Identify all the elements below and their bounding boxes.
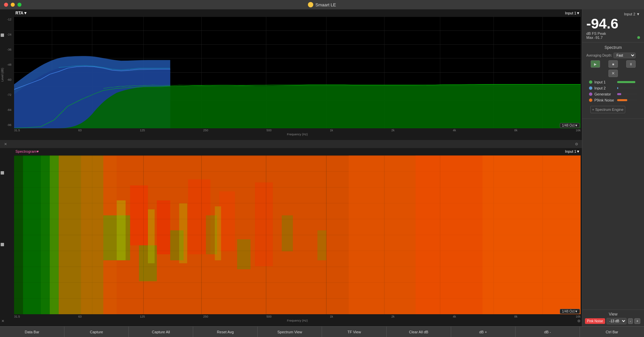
input2-level-bar	[617, 87, 637, 89]
input1-label: Input 1	[594, 80, 615, 84]
pink-noise-label: P9ink Noise	[594, 98, 615, 102]
svg-rect-52	[215, 206, 221, 260]
input2-level-fill	[617, 87, 618, 89]
level-unit: dB FS Peak	[586, 31, 640, 36]
db-minus-button[interactable]: dB -	[516, 327, 580, 337]
svg-rect-37	[130, 185, 148, 245]
spectrogram-x-axis-title: Frequency (Hz)	[14, 319, 581, 322]
rta-x-axis: 31.5 63 125 250 500 1k 2k 4k 8k 16k Freq…	[14, 128, 581, 140]
spectrum-view-button[interactable]: Spectrum View	[258, 327, 322, 337]
db-level-select[interactable]: -13 dB -10 dB -6 dB 0 dB	[606, 318, 627, 324]
y-label-2: -24	[7, 33, 13, 36]
charts-area: RTA▼ Input 1▼ -12 -24 -36 -48 -60 -72 -8…	[0, 9, 582, 326]
svg-rect-40	[219, 191, 235, 251]
spectrogram-label[interactable]: Spectrogram♥	[15, 149, 39, 153]
panel-close-icon[interactable]: ✕	[3, 141, 8, 147]
spectrogram-chart[interactable]	[14, 155, 581, 314]
svg-rect-46	[237, 239, 251, 269]
play-button[interactable]: ▶	[591, 60, 600, 68]
spectrogram-close-icon[interactable]: ✕	[1, 318, 4, 324]
panel-divider: ✕ ⚙	[0, 140, 582, 148]
spectrogram-oct-resolution[interactable]: 1/48 Oct▼	[560, 309, 580, 314]
main-content: RTA▼ Input 1▼ -12 -24 -36 -48 -60 -72 -8…	[0, 9, 644, 326]
transport-row: ▶ ■ ⏸	[586, 60, 640, 68]
rta-panel: RTA▼ Input 1▼ -12 -24 -36 -48 -60 -72 -8…	[0, 9, 582, 140]
x-label-4: 500	[267, 129, 272, 132]
level-display: Input 2 ▼ -94.6 dB FS Peak Max -91.7	[582, 9, 644, 43]
level-max-row: Max -91.7	[586, 36, 640, 40]
reset-avg-button[interactable]: Reset Avg	[193, 327, 258, 337]
clear-all-db-button[interactable]: Clear All dB	[387, 327, 451, 337]
averaging-depth-row: Averaging Depth: Fast Medium Slow None	[586, 53, 640, 58]
ctrl-bar-button[interactable]: Ctrl Bar	[580, 327, 644, 337]
rta-input-selector[interactable]: Input 1▼	[565, 11, 580, 15]
input2-label: Input 2	[594, 86, 615, 90]
spectrum-title: Spectrum	[586, 45, 640, 50]
pink-noise-dot	[589, 98, 592, 102]
y-label-3: -36	[7, 48, 13, 51]
view-section: View Pink Noise -13 dB -10 dB -6 dB 0 dB…	[582, 310, 644, 326]
maximize-button[interactable]	[17, 3, 21, 7]
right-sidebar: Input 2 ▼ -94.6 dB FS Peak Max -91.7 Spe…	[582, 9, 644, 326]
rta-y-axis-title: Level (dB)	[1, 68, 4, 81]
x-label-2: 125	[140, 129, 145, 132]
x-label-5: 1k	[330, 129, 333, 132]
level-handle-top[interactable]	[1, 33, 4, 37]
y-label-8: -96	[7, 124, 13, 127]
minimize-button[interactable]	[11, 3, 15, 7]
rta-oct-resolution[interactable]: 1/48 Oct▼	[560, 123, 580, 128]
window-controls[interactable]	[4, 3, 21, 7]
x-label-6: 2k	[391, 129, 395, 132]
pink-noise-level-fill	[617, 99, 627, 101]
tf-view-button[interactable]: TF View	[322, 327, 386, 337]
pink-noise-button[interactable]: Pink Noise	[585, 318, 605, 324]
spectrum-settings-button[interactable]: ✕	[608, 70, 618, 77]
pause-button[interactable]: ⏸	[626, 60, 636, 68]
add-spectrum-engine-button[interactable]: + Spectrum Engine	[590, 106, 625, 113]
averaging-depth-select[interactable]: Fast Medium Slow None	[613, 53, 636, 58]
close-button[interactable]	[4, 3, 8, 7]
generator-dot	[589, 92, 592, 96]
x-label-9: 16k	[576, 129, 581, 132]
rta-chart[interactable]	[14, 17, 581, 128]
vol-minus-button[interactable]: -	[628, 318, 633, 324]
stop-button[interactable]: ■	[608, 60, 618, 68]
input-item-generator[interactable]: Generator	[586, 91, 640, 97]
svg-rect-65	[482, 155, 581, 314]
y-label-5: -60	[7, 78, 13, 81]
svg-rect-49	[117, 200, 126, 260]
svg-rect-38	[157, 200, 170, 254]
panel-settings-icon[interactable]: ⚙	[574, 141, 579, 147]
spectrum-section: Spectrum Averaging Depth: Fast Medium Sl…	[582, 43, 644, 119]
data-bar-button[interactable]: Data Bar	[0, 327, 64, 337]
level-value: -94.6	[586, 17, 619, 31]
y-label-1: -12	[7, 18, 13, 21]
spectrogram-panel: Spectrogram♥ Input 1▼	[0, 148, 582, 326]
pink-noise-level-bar	[617, 99, 637, 101]
spectrogram-gear-icon[interactable]: ⚙	[577, 318, 581, 324]
input-item-1[interactable]: Input 1	[586, 79, 640, 85]
spectrogram-input-selector[interactable]: Input 1▼	[565, 149, 580, 153]
spectrogram-level-handle-top[interactable]	[1, 171, 4, 175]
generator-level-fill	[617, 93, 621, 95]
svg-rect-51	[179, 203, 187, 263]
input-item-2[interactable]: Input 2	[586, 85, 640, 91]
x-label-8: 8k	[514, 129, 518, 132]
x-label-1: 63	[78, 129, 82, 132]
capture-button[interactable]: Capture	[64, 327, 129, 337]
input-item-pink-noise[interactable]: P9ink Noise	[586, 97, 640, 103]
db-plus-button[interactable]: dB +	[451, 327, 516, 337]
rta-label[interactable]: RTA▼	[15, 11, 28, 15]
x-label-0: 31.5	[14, 129, 20, 132]
bottom-toolbar: Data Bar Capture Capture All Reset Avg S…	[0, 326, 644, 337]
capture-all-button[interactable]: Capture All	[129, 327, 193, 337]
input1-level-fill	[617, 81, 635, 83]
app-icon	[308, 2, 313, 7]
y-label-6: -72	[7, 93, 13, 96]
spectrogram-level-handle-mid[interactable]	[1, 243, 4, 246]
titlebar: Smaart LE	[0, 0, 644, 9]
vol-plus-button[interactable]: +	[634, 318, 640, 324]
input1-level-bar	[617, 81, 637, 83]
view-title: View	[585, 312, 641, 317]
svg-rect-41	[255, 182, 273, 266]
